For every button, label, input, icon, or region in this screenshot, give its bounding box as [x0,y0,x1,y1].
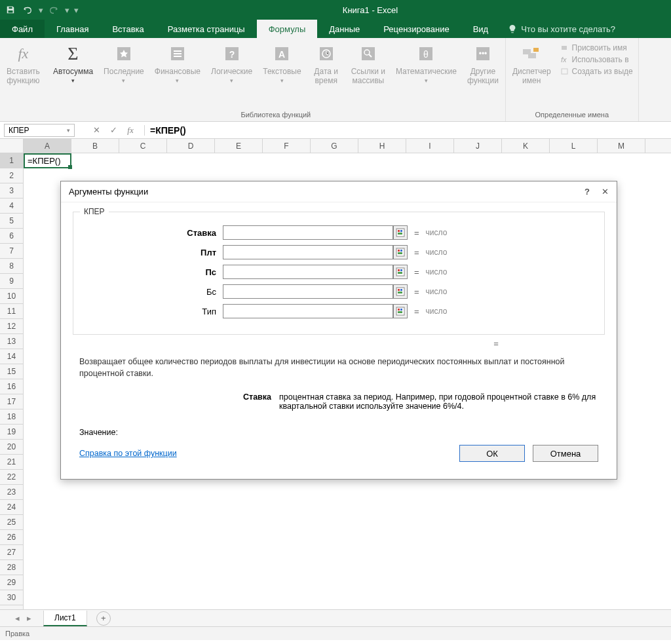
argument-input[interactable] [223,225,393,240]
argument-input[interactable] [223,265,393,279]
create-from-selection-button[interactable]: Создать из выде [560,67,633,76]
qa-customize-icon[interactable]: ▾ [72,5,80,15]
row-header[interactable]: 20 [0,440,23,455]
argument-input[interactable] [223,245,393,259]
autosum-button[interactable]: Σ Автосумма ▾ [48,41,98,109]
row-header[interactable]: 3 [0,183,23,199]
active-cell[interactable]: =КПЕР() [24,153,71,168]
tab-insert[interactable]: Вставка [100,20,155,38]
range-selector-icon[interactable] [393,304,408,318]
row-header[interactable]: 26 [0,530,23,545]
accept-formula-icon[interactable]: ✓ [105,122,122,139]
cancel-button[interactable]: Отмена [533,445,598,462]
name-box[interactable]: КПЕР ▾ [4,124,75,137]
column-header[interactable]: H [358,139,406,153]
row-header[interactable]: 25 [0,515,23,530]
row-header[interactable]: 10 [0,289,23,304]
name-manager-button[interactable]: Диспетчер имен [507,41,556,109]
column-header[interactable]: B [71,139,119,153]
sheet-nav-prev-icon[interactable]: ◂ [12,613,22,624]
fill-handle[interactable] [68,165,72,169]
chevron-down-icon[interactable]: ▾ [67,127,70,134]
row-header[interactable]: 24 [0,500,23,515]
row-header[interactable]: 23 [0,485,23,500]
lookup-button[interactable]: Ссылки и массивы [346,41,391,109]
cancel-formula-icon[interactable]: ✕ [88,122,105,139]
column-header[interactable]: E [215,139,263,153]
column-header[interactable]: F [263,139,311,153]
row-header[interactable]: 8 [0,259,23,274]
logical-button[interactable]: ? Логические ▾ [206,41,258,109]
financial-button[interactable]: Финансовые ▾ [149,41,206,109]
tab-file[interactable]: Файл [0,20,45,38]
row-header[interactable]: 9 [0,274,23,289]
range-selector-icon[interactable] [393,245,408,259]
column-header[interactable]: M [598,139,645,153]
column-header[interactable]: A [24,139,71,153]
formula-input[interactable] [150,125,671,136]
row-header[interactable]: 17 [0,394,23,409]
row-header[interactable]: 15 [0,364,23,379]
row-header[interactable]: 27 [0,545,23,560]
range-selector-icon[interactable] [393,265,408,279]
row-header[interactable]: 7 [0,244,23,259]
row-header[interactable]: 30 [0,590,23,605]
sheet-tab[interactable]: Лист1 [43,611,87,626]
redo-icon[interactable] [46,2,62,18]
tell-me-search[interactable]: Что вы хотите сделать? [500,20,623,38]
row-header[interactable]: 28 [0,560,23,575]
save-icon[interactable] [3,2,18,18]
row-header[interactable]: 4 [0,199,23,214]
more-functions-button[interactable]: ••• Другие функции [462,41,504,109]
row-header[interactable]: 5 [0,214,23,229]
column-header[interactable]: G [311,139,358,153]
tab-view[interactable]: Вид [461,20,501,38]
fx-icon[interactable]: fx [122,122,139,139]
dialog-titlebar[interactable]: Аргументы функции ? ✕ [61,181,617,202]
tab-home[interactable]: Главная [45,20,100,38]
row-header[interactable]: 2 [0,168,23,183]
argument-input[interactable] [223,304,393,318]
range-selector-icon[interactable] [393,284,408,299]
column-header[interactable]: J [454,139,502,153]
row-header[interactable]: 29 [0,575,23,590]
argument-input[interactable] [223,284,393,299]
column-header[interactable]: K [502,139,550,153]
row-header[interactable]: 19 [0,425,23,440]
row-header[interactable]: 16 [0,379,23,394]
math-button[interactable]: θ Математические ▾ [391,41,462,109]
row-header[interactable]: 18 [0,409,23,425]
define-name-button[interactable]: Присвоить имя [560,43,633,52]
column-header[interactable]: C [119,139,167,153]
tab-data[interactable]: Данные [317,20,372,38]
add-sheet-button[interactable]: + [96,611,111,626]
column-header[interactable]: D [167,139,215,153]
insert-function-button[interactable]: fx Вставить функцию [1,41,45,121]
row-header[interactable]: 13 [0,334,23,349]
row-header[interactable]: 22 [0,470,23,485]
row-header[interactable]: 21 [0,455,23,470]
ok-button[interactable]: ОК [459,445,525,462]
tab-page-layout[interactable]: Разметка страницы [156,20,257,38]
select-all-corner[interactable] [0,139,24,153]
close-icon[interactable]: ✕ [602,187,609,197]
row-header[interactable]: 11 [0,304,23,319]
financial-icon [167,43,188,64]
sheet-nav-next-icon[interactable]: ▸ [24,613,34,624]
column-header[interactable]: I [406,139,454,153]
date-time-button[interactable]: Дата и время [307,41,346,109]
text-button[interactable]: A Текстовые ▾ [258,41,306,109]
use-in-formula-button[interactable]: fxИспользовать в [560,55,633,64]
column-header[interactable]: L [550,139,598,153]
row-header[interactable]: 1 [0,153,23,168]
row-header[interactable]: 12 [0,319,23,334]
help-icon[interactable]: ? [585,187,590,197]
tab-formulas[interactable]: Формулы [257,20,318,38]
range-selector-icon[interactable] [393,225,408,240]
function-help-link[interactable]: Справка по этой функции [79,449,177,458]
tab-review[interactable]: Рецензирование [372,20,461,38]
row-header[interactable]: 6 [0,229,23,244]
recent-button[interactable]: Последние ▾ [98,41,149,109]
undo-icon[interactable] [20,2,35,18]
row-header[interactable]: 14 [0,349,23,364]
